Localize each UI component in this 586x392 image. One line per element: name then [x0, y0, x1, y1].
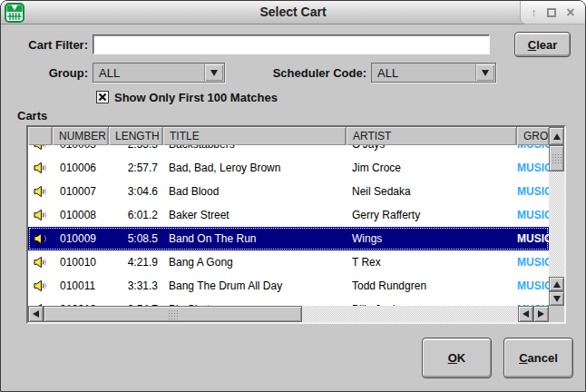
- group-label: Group:: [17, 66, 88, 80]
- cart-title: Bad Blood: [163, 185, 347, 198]
- header-artist[interactable]: ARTIST: [347, 127, 517, 145]
- cart-artist: Jim Croce: [347, 162, 517, 174]
- table-row[interactable]: 010009 5:08.5 Band On The Run Wings MUSI…: [28, 227, 549, 250]
- vertical-scroll-track[interactable]: [549, 172, 564, 277]
- cart-length: 6:01.2: [109, 209, 163, 221]
- cart-number: 010006: [53, 162, 109, 174]
- speaker-icon: [28, 209, 53, 221]
- cart-filter-label: Cart Filter:: [17, 38, 88, 52]
- cart-length: 3:31.3: [109, 279, 163, 292]
- cart-artist: Todd Rundgren: [347, 279, 517, 292]
- header-number[interactable]: NUMBER: [53, 127, 109, 145]
- scroll-left-button-right[interactable]: [518, 306, 533, 322]
- cart-artist: Gerry Rafferty: [347, 209, 517, 221]
- vertical-scroll-thumb[interactable]: [549, 145, 564, 172]
- cart-length: 3:04.6: [109, 185, 163, 198]
- cart-number: 010007: [53, 185, 109, 198]
- scheduler-code-label: Scheduler Code:: [253, 66, 366, 80]
- scroll-right-button[interactable]: [533, 306, 549, 322]
- table-row[interactable]: 010007 3:04.6 Bad Blood Neil Sedaka MUSI…: [28, 180, 549, 203]
- close-button[interactable]: ×: [566, 5, 574, 20]
- header-length[interactable]: LENGTH: [109, 127, 163, 145]
- cart-number: 010009: [53, 232, 109, 245]
- speaker-icon: [28, 145, 53, 151]
- cart-number: 010011: [53, 279, 109, 292]
- cart-filter-input[interactable]: [93, 34, 490, 54]
- cart-group: MUSIC: [517, 209, 549, 221]
- scroll-up-button-bottom[interactable]: [549, 277, 564, 291]
- cart-length: 5:08.5: [109, 232, 163, 245]
- table-row[interactable]: 010008 6:01.2 Baker Street Gerry Raffert…: [28, 203, 549, 227]
- cart-artist: Wings: [347, 232, 517, 245]
- table-row[interactable]: 010010 4:21.9 Bang A Gong T Rex MUSIC: [28, 250, 549, 274]
- speaker-icon: [28, 185, 53, 198]
- checkbox-x-icon: [98, 93, 107, 102]
- cart-number: 010010: [53, 256, 109, 269]
- scrollbar-corner: [549, 306, 564, 322]
- ok-button[interactable]: OK: [422, 338, 492, 378]
- header-group[interactable]: GROUP: [517, 127, 549, 145]
- titlebar[interactable]: Select Cart ↑ ×: [1, 1, 585, 24]
- cart-title: Backstabbers: [163, 145, 347, 151]
- speaker-icon: [28, 232, 53, 245]
- header-title[interactable]: TITLE: [163, 127, 347, 145]
- carts-label: Carts: [17, 109, 47, 122]
- group-combobox[interactable]: ALL: [93, 63, 225, 83]
- cart-title: Bang A Gong: [163, 256, 347, 269]
- cart-group: MUSIC: [517, 185, 549, 198]
- cart-number: 010008: [53, 209, 109, 221]
- speaker-icon: [28, 256, 53, 269]
- scheduler-code-combobox[interactable]: ALL: [371, 63, 496, 83]
- scroll-up-button[interactable]: [549, 127, 564, 145]
- horizontal-scroll-track[interactable]: [302, 306, 518, 322]
- clear-button[interactable]: Clear: [514, 32, 571, 57]
- limit-matches-label: Show Only First 100 Matches: [114, 91, 278, 104]
- cart-group: MUSIC: [517, 145, 549, 151]
- cart-length: 2:57.7: [109, 162, 163, 174]
- group-value: ALL: [99, 66, 120, 80]
- table-header: NUMBER LENGTH TITLE ARTIST GROUP: [28, 127, 549, 145]
- table-row[interactable]: 010006 2:57.7 Bad, Bad, Leroy Brown Jim …: [28, 156, 549, 180]
- cart-number: 010005: [53, 145, 109, 151]
- cart-group: MUSIC: [517, 256, 549, 269]
- cart-title: Band On The Run: [163, 232, 347, 245]
- vertical-scrollbar: [549, 127, 564, 306]
- chevron-down-icon[interactable]: [204, 64, 223, 81]
- scheduler-code-value: ALL: [377, 66, 398, 80]
- cart-title: Baker Street: [163, 209, 347, 221]
- cart-group: MUSIC: [517, 279, 549, 292]
- chevron-down-icon[interactable]: [475, 64, 494, 81]
- cart-artist: T Rex: [347, 256, 517, 269]
- horizontal-scroll-thumb[interactable]: [44, 306, 302, 322]
- cart-length: 2:55.5: [109, 145, 163, 151]
- scroll-left-button[interactable]: [28, 306, 44, 322]
- speaker-icon: [28, 279, 53, 292]
- cart-artist: Neil Sedaka: [347, 185, 517, 198]
- table-row[interactable]: 010011 3:31.3 Bang The Drum All Day Todd…: [28, 274, 549, 298]
- window-controls: ↑ ×: [520, 1, 585, 24]
- header-icon-column[interactable]: [28, 127, 53, 145]
- cancel-button[interactable]: Cancel: [503, 338, 573, 378]
- cart-title: Bad, Bad, Leroy Brown: [163, 162, 347, 174]
- cart-length: 4:21.9: [109, 256, 163, 269]
- carts-table: NUMBER LENGTH TITLE ARTIST GROUP 010005 …: [26, 125, 566, 324]
- cart-title: Bang The Drum All Day: [163, 279, 347, 292]
- horizontal-scrollbar: [28, 306, 549, 322]
- shade-button[interactable]: ↑: [531, 6, 537, 18]
- cart-group: MUSIC: [517, 232, 549, 245]
- maximize-button[interactable]: [547, 8, 556, 17]
- table-row[interactable]: 010012 2:54.7 Big Shot Billy Joel MUSIC: [28, 298, 549, 306]
- select-cart-dialog: Select Cart ↑ × Cart Filter: Clear Group…: [0, 0, 586, 392]
- cart-artist: O'Jays: [347, 145, 517, 151]
- cart-group: MUSIC: [517, 162, 549, 174]
- table-row[interactable]: 010005 2:55.5 Backstabbers O'Jays MUSIC: [28, 145, 549, 156]
- limit-matches-checkbox[interactable]: [96, 91, 109, 103]
- speaker-icon: [28, 162, 53, 174]
- window-title: Select Cart: [1, 5, 585, 19]
- table-rows: 010005 2:55.5 Backstabbers O'Jays MUSIC …: [28, 145, 549, 306]
- scroll-down-button[interactable]: [549, 291, 564, 306]
